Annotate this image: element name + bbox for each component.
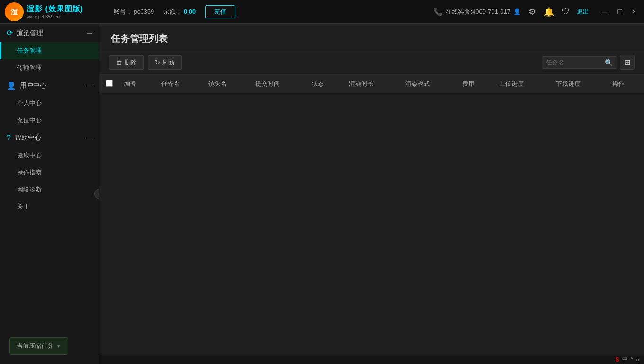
network-label: 网络诊断 [17, 185, 42, 194]
customer-service-text: 在线客服:4000-701-017 [446, 8, 510, 16]
phone-icon: 📞 [433, 7, 443, 16]
refresh-icon: ↻ [155, 59, 160, 66]
balance-label: 余额： 0.00 [163, 8, 196, 16]
personal-label: 个人中心 [17, 99, 42, 108]
page-header: 任务管理列表 [99, 24, 644, 50]
sidebar-item-recharge[interactable]: 充值中心 [0, 112, 99, 129]
search-button[interactable]: 🔍 [605, 59, 613, 66]
close-button[interactable]: × [629, 7, 639, 17]
col-download-progress: 下载进度 [550, 75, 607, 93]
task-mgmt-label: 任务管理 [17, 46, 42, 55]
recharge-button[interactable]: 充值 [205, 5, 235, 18]
col-render-duration: 渲染时长 [343, 75, 400, 93]
minimize-button[interactable]: — [600, 7, 611, 17]
logo-area: 渲 渲影 (效果图版) www.pc0359.cn [5, 2, 104, 21]
select-all-checkbox[interactable] [106, 80, 113, 87]
exit-button[interactable]: 退出 [577, 8, 589, 16]
statusbar-icons: S 中 ° ○ [615, 355, 639, 364]
bottom-bar: S 中 ° ○ [99, 355, 644, 364]
header-right: 📞 在线客服:4000-701-017 👤 ⚙ 🔔 🛡 退出 — □ × [433, 6, 639, 18]
render-collapse-icon: — [87, 30, 92, 36]
current-task-button[interactable]: 当前压缩任务 ▼ [9, 337, 68, 355]
sidebar-collapse-icon: ‹ [98, 191, 99, 197]
content-area: 任务管理列表 🗑 删除 ↻ 刷新 🔍 ⊞ [99, 24, 644, 364]
shield-icon[interactable]: 🛡 [561, 6, 571, 18]
grid-view-button[interactable]: ⊞ [620, 55, 635, 70]
logo-subtitle: www.pc0359.cn [27, 14, 83, 19]
sidebar: ⟳ 渲染管理 — 任务管理 传输管理 👤 用户中心 — 个人中心 充值中心 ? … [0, 24, 99, 364]
logo-title: 渲影 (效果图版) [27, 4, 83, 14]
sidebar-section-render[interactable]: ⟳ 渲染管理 — [0, 24, 99, 42]
page-title: 任务管理列表 [111, 32, 633, 45]
header-checkbox-cell[interactable] [99, 75, 118, 93]
account-id: pc0359 [134, 8, 154, 15]
main-layout: ⟳ 渲染管理 — 任务管理 传输管理 👤 用户中心 — 个人中心 充值中心 ? … [0, 24, 644, 364]
sidebar-section-user[interactable]: 👤 用户中心 — [0, 76, 99, 95]
toolbar-right: 🔍 ⊞ [542, 55, 635, 70]
col-action: 操作 [607, 75, 644, 93]
sidebar-item-personal[interactable]: 个人中心 [0, 95, 99, 112]
account-area: 账号： pc0359 余额： 0.00 充值 [114, 5, 235, 18]
sidebar-bottom: 当前压缩任务 ▼ [0, 333, 99, 364]
sidebar-item-transfer-mgmt[interactable]: 传输管理 [0, 59, 99, 76]
sidebar-item-network[interactable]: 网络诊断 [0, 181, 99, 198]
col-upload-progress: 上传进度 [493, 75, 550, 93]
customer-service: 📞 在线客服:4000-701-017 👤 [433, 7, 521, 16]
render-section-label: 渲染管理 [17, 29, 83, 37]
user-collapse-icon: — [87, 82, 92, 89]
col-camera: 镜头名 [203, 75, 250, 93]
transfer-mgmt-label: 传输管理 [17, 64, 42, 72]
refresh-button[interactable]: ↻ 刷新 [148, 55, 182, 70]
delete-icon: 🗑 [116, 59, 122, 66]
logo-text-block: 渲影 (效果图版) www.pc0359.cn [27, 4, 83, 19]
user-section-label: 用户中心 [20, 82, 83, 90]
sidebar-item-about[interactable]: 关于 [0, 198, 99, 215]
refresh-label: 刷新 [162, 58, 175, 67]
guide-label: 操作指南 [17, 168, 42, 177]
table-area: 编号 任务名 镜头名 提交时间 状态 渲染时长 渲染模式 费用 上传进度 下载进… [99, 75, 644, 355]
titlebar: 渲 渲影 (效果图版) www.pc0359.cn 账号： pc0359 余额：… [0, 0, 644, 24]
sidebar-section-help[interactable]: ? 帮助中心 — [0, 129, 99, 147]
sidebar-item-task-mgmt[interactable]: 任务管理 [0, 42, 99, 59]
sidebar-item-health[interactable]: 健康中心 [0, 147, 99, 164]
header-icons: ⚙ 🔔 🛡 退出 [528, 6, 589, 18]
sidebar-item-guide[interactable]: 操作指南 [0, 164, 99, 181]
col-render-mode: 渲染模式 [400, 75, 456, 93]
statusbar-dot: ° [631, 356, 633, 363]
table-header-row: 编号 任务名 镜头名 提交时间 状态 渲染时长 渲染模式 费用 上传进度 下载进… [99, 75, 644, 93]
search-box: 🔍 [542, 56, 617, 69]
ime-indicator: S [615, 356, 619, 363]
user-section-icon: 👤 [7, 81, 16, 90]
delete-label: 删除 [125, 58, 137, 67]
col-status: 状态 [306, 75, 343, 93]
help-collapse-icon: — [87, 135, 92, 141]
avatar-icon: 👤 [513, 8, 521, 15]
col-cost: 费用 [456, 75, 494, 93]
current-task-label: 当前压缩任务 [17, 342, 54, 350]
notification-icon[interactable]: 🔔 [543, 6, 555, 18]
balance-value: 0.00 [184, 8, 196, 15]
task-dropdown-arrow: ▼ [56, 344, 61, 349]
col-task-name: 任务名 [156, 75, 203, 93]
col-id: 编号 [118, 75, 156, 93]
ime-label: 中 [622, 355, 628, 364]
account-label: 账号： pc0359 [114, 8, 154, 16]
logo-icon: 渲 [5, 2, 24, 21]
recharge-label: 充值中心 [17, 116, 42, 125]
search-input[interactable] [546, 59, 603, 66]
health-label: 健康中心 [17, 151, 42, 160]
delete-button[interactable]: 🗑 删除 [109, 55, 144, 70]
help-section-icon: ? [7, 134, 11, 142]
statusbar-circle: ○ [636, 356, 639, 363]
col-submit-time: 提交时间 [250, 75, 306, 93]
toolbar: 🗑 删除 ↻ 刷新 🔍 ⊞ [99, 50, 644, 75]
svg-text:渲: 渲 [11, 8, 18, 16]
about-label: 关于 [17, 202, 29, 211]
maximize-button[interactable]: □ [615, 7, 625, 17]
window-controls: — □ × [600, 7, 639, 17]
render-section-icon: ⟳ [7, 28, 13, 37]
task-table: 编号 任务名 镜头名 提交时间 状态 渲染时长 渲染模式 费用 上传进度 下载进… [99, 75, 644, 93]
help-section-label: 帮助中心 [15, 134, 83, 142]
settings-icon[interactable]: ⚙ [528, 6, 537, 18]
